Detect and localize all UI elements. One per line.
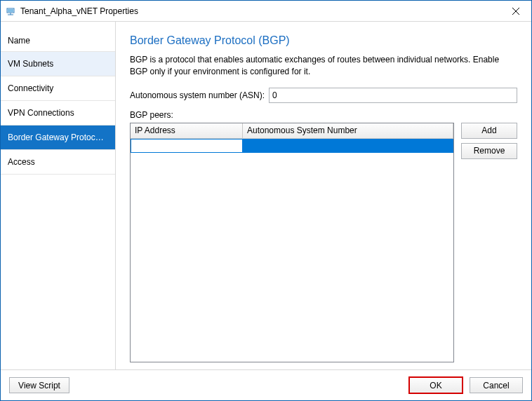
view-script-button[interactable]: View Script [9, 377, 69, 393]
column-header-asn[interactable]: Autonomous System Number [243, 123, 453, 138]
peers-grid[interactable]: IP Address Autonomous System Number [130, 123, 454, 362]
nav-item-vm-subnets[interactable]: VM Subnets [1, 52, 115, 76]
asn-label: Autonomous system number (ASN): [130, 90, 265, 100]
nav-item-vpn-connections[interactable]: VPN Connections [1, 101, 115, 125]
title-bar: Tenant_Alpha_vNET Properties [1, 1, 531, 22]
close-icon [512, 8, 519, 15]
ok-button[interactable]: OK [409, 377, 463, 393]
nav-item-connectivity[interactable]: Connectivity [1, 76, 115, 101]
close-button[interactable] [500, 1, 531, 21]
peers-label: BGP peers: [130, 110, 517, 120]
cancel-button[interactable]: Cancel [470, 377, 523, 393]
window-title: Tenant_Alpha_vNET Properties [20, 6, 138, 16]
peer-asn-cell[interactable] [243, 139, 453, 153]
nav-item-access[interactable]: Access [1, 150, 115, 175]
asn-input[interactable] [269, 88, 517, 103]
page-description: BGP is a protocol that enables automatic… [130, 54, 517, 78]
dialog-footer: View Script OK Cancel [1, 369, 531, 400]
network-icon [5, 6, 16, 17]
nav-item-bgp[interactable]: Border Gateway Protocol... [1, 125, 115, 150]
peer-buttons: Add Remove [461, 123, 517, 362]
add-button[interactable]: Add [461, 123, 517, 139]
nav-item-label: VPN Connections [8, 108, 74, 118]
grid-body [131, 139, 453, 362]
nav-item-label: Access [8, 157, 35, 167]
dialog-window: Tenant_Alpha_vNET Properties Name VM Sub… [0, 0, 532, 401]
svg-rect-3 [8, 9, 13, 12]
nav-item-label: Connectivity [8, 83, 53, 93]
nav-list: VM Subnets Connectivity VPN Connections … [1, 52, 115, 175]
remove-button[interactable]: Remove [461, 143, 517, 159]
column-header-ip[interactable]: IP Address [131, 123, 243, 138]
peer-ip-input[interactable] [131, 139, 243, 153]
grid-header: IP Address Autonomous System Number [131, 123, 453, 139]
nav-item-label: VM Subnets [8, 59, 53, 69]
main-panel: Border Gateway Protocol (BGP) BGP is a p… [116, 22, 531, 369]
nav-item-label: Border Gateway Protocol... [8, 132, 109, 142]
nav-sidebar: Name VM Subnets Connectivity VPN Connect… [1, 22, 116, 369]
page-title: Border Gateway Protocol (BGP) [130, 34, 517, 47]
sidebar-header: Name [1, 22, 115, 52]
peer-row[interactable] [131, 139, 453, 153]
